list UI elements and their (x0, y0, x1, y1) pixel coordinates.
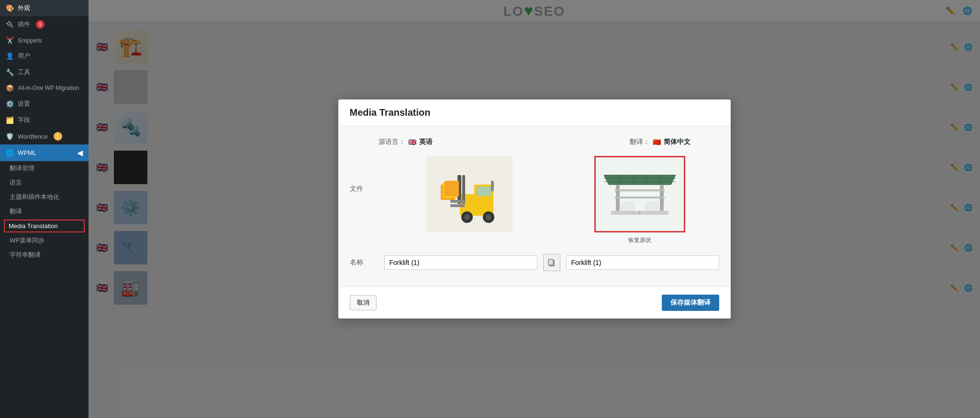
sidebar-item-label: 外观 (18, 4, 30, 12)
sidebar: 🎨 外观 🔌 插件 9 ✂️ Snippets 👤 用户 🔧 工具 📦 All-… (0, 0, 89, 418)
sidebar-item-label: 用户 (18, 52, 30, 60)
sidebar-item-label: All-in-One WP Migration (18, 85, 79, 91)
sub-item-label: 主题和插件本地化 (10, 193, 59, 201)
sidebar-item-label: Wordfence (18, 133, 48, 140)
sidebar-sub-item-string-translation[interactable]: 字符串翻译 (0, 248, 89, 262)
svg-rect-4 (462, 175, 465, 204)
sidebar-item-label: Snippets (18, 37, 42, 44)
name-row: 名称 (350, 254, 719, 271)
source-flag-icon: 🇬🇧 (408, 138, 416, 146)
sidebar-sub-item-media-translation[interactable]: Media Translation (4, 220, 85, 232)
svg-marker-15 (604, 175, 676, 185)
translation-lang-label: 翻译： 🇨🇳 简体中文 (630, 138, 690, 146)
svg-rect-26 (615, 197, 665, 198)
translation-lang-name: 简体中文 (664, 138, 690, 146)
svg-rect-6 (450, 204, 465, 207)
translation-name-input[interactable] (566, 255, 719, 270)
sub-item-label: 翻译 (10, 207, 22, 216)
modal-title: Media Translation (338, 99, 731, 126)
allinone-icon: 📦 (6, 84, 14, 92)
forklift-svg (431, 161, 508, 228)
svg-rect-14 (491, 181, 494, 191)
copy-icon (547, 258, 556, 267)
sidebar-item-label: 字段 (18, 116, 30, 124)
sidebar-item-label: WPML (18, 149, 36, 156)
sidebar-sub-item-theme-plugin[interactable]: 主题和插件本地化 (0, 190, 89, 204)
copy-button[interactable] (543, 254, 560, 271)
sidebar-item-snippets[interactable]: ✂️ Snippets (0, 33, 89, 48)
modal-overlay: Media Translation 源语言： 🇬🇧 英语 翻译： 🇨🇳 简体中文 (89, 0, 980, 418)
sub-item-label: 字符串翻译 (10, 251, 41, 259)
plugins-badge: 9 (36, 20, 45, 29)
modal-body: 源语言： 🇬🇧 英语 翻译： 🇨🇳 简体中文 文件 (338, 126, 731, 286)
fields-icon: 🗂️ (6, 116, 14, 124)
translation-header: 源语言： 🇬🇧 英语 翻译： 🇨🇳 简体中文 (350, 138, 719, 146)
snippets-icon: ✂️ (6, 36, 14, 44)
solar-canopy-svg (599, 161, 680, 228)
plugins-icon: 🔌 (6, 21, 14, 28)
svg-point-13 (486, 214, 491, 220)
tools-icon: 🔧 (6, 68, 14, 76)
sidebar-sub-item-languages[interactable]: 语言 (0, 176, 89, 190)
modal-footer: 取消 保存媒体翻译 (338, 286, 731, 319)
svg-rect-32 (548, 259, 553, 265)
restore-button[interactable]: 恢复原状 (628, 236, 651, 244)
svg-rect-9 (445, 181, 459, 196)
source-image (426, 156, 512, 232)
sidebar-item-plugins[interactable]: 🔌 插件 9 (0, 16, 89, 33)
file-row: 文件 (350, 156, 719, 244)
source-lang-text: 源语言： (379, 138, 405, 146)
sidebar-item-tools[interactable]: 🔧 工具 (0, 64, 89, 80)
svg-rect-25 (615, 189, 665, 191)
translation-image[interactable] (594, 156, 685, 232)
wordfence-icon: 🛡️ (6, 132, 14, 140)
name-label: 名称 (350, 258, 379, 267)
source-name-input[interactable] (384, 255, 537, 270)
wordfence-badge: 1 (54, 132, 62, 141)
translation-image-box: 恢复原状 (560, 156, 719, 244)
svg-rect-30 (645, 201, 659, 211)
sidebar-item-settings[interactable]: ⚙️ 设置 (0, 96, 89, 112)
translation-flag-icon: 🇨🇳 (653, 138, 661, 146)
sidebar-item-users[interactable]: 👤 用户 (0, 48, 89, 64)
svg-rect-29 (621, 201, 635, 211)
sub-item-label: 翻译管理 (10, 164, 34, 173)
sidebar-item-label: 工具 (18, 68, 30, 77)
appearance-icon: 🎨 (6, 4, 14, 12)
sidebar-item-allinone[interactable]: 📦 All-in-One WP Migration (0, 80, 89, 96)
source-lang-label: 源语言： 🇬🇧 英语 (379, 138, 433, 146)
source-lang-name: 英语 (419, 138, 433, 146)
sidebar-item-wordfence[interactable]: 🛡️ Wordfence 1 (0, 128, 89, 144)
cancel-button[interactable]: 取消 (350, 295, 377, 310)
users-icon: 👤 (6, 52, 14, 60)
svg-point-11 (464, 214, 470, 220)
wpml-icon: 🌐 (6, 149, 14, 157)
sidebar-item-appearance[interactable]: 🎨 外观 (0, 0, 89, 16)
settings-icon: ⚙️ (6, 100, 14, 108)
sidebar-item-label: 插件 (18, 20, 30, 29)
sidebar-sub-item-translate[interactable]: 翻译 (0, 204, 89, 219)
source-image-box (390, 156, 549, 232)
media-translation-modal: Media Translation 源语言： 🇬🇧 英语 翻译： 🇨🇳 简体中文 (338, 99, 731, 319)
sidebar-item-fields[interactable]: 🗂️ 字段 (0, 112, 89, 128)
svg-rect-5 (450, 200, 465, 203)
sub-item-label: Media Translation (9, 222, 58, 230)
translation-lang-text: 翻译： (630, 138, 650, 146)
main-content: LO♥SEO ✏️ 🌐 🇬🇧 🏗️ ✏️ 🌐 🇬🇧 ✏️ 🌐 (89, 0, 980, 418)
sub-item-label: WP菜单同步 (10, 236, 45, 245)
svg-rect-2 (477, 187, 491, 196)
save-button[interactable]: 保存媒体翻译 (662, 295, 719, 311)
sidebar-sub-item-wp-menu[interactable]: WP菜单同步 (0, 233, 89, 248)
sidebar-sub-item-translation-mgmt[interactable]: 翻译管理 (0, 161, 89, 176)
file-label: 文件 (350, 156, 379, 193)
sidebar-item-label: 设置 (18, 99, 30, 108)
sidebar-item-wpml[interactable]: 🌐 WPML ◀ (0, 144, 89, 161)
sub-item-label: 语言 (10, 178, 22, 187)
